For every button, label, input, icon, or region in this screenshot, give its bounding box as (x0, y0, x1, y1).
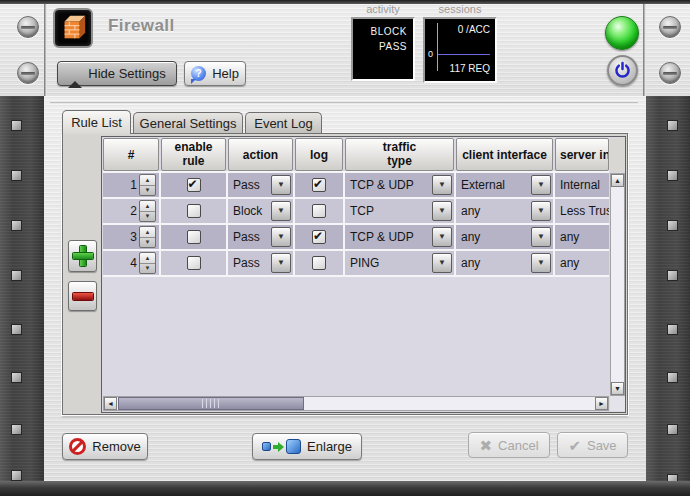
power-button[interactable] (607, 55, 638, 86)
cancel-button[interactable]: ✖ Cancel (468, 432, 550, 458)
remove-label: Remove (92, 439, 140, 454)
column-header-log[interactable]: log (295, 138, 343, 171)
rule-order-spinner[interactable]: ▲ ▼ (139, 226, 156, 248)
x-icon: ✖ (479, 438, 492, 453)
sessions-graph-line (438, 54, 490, 55)
sessions-meter: 0 0 /ACC 117 REQ (423, 17, 497, 83)
vertical-scrollbar[interactable]: ▲ ▼ (610, 173, 625, 396)
action-dropdown[interactable]: ▼ (271, 227, 291, 247)
column-header-number[interactable]: # (103, 138, 159, 171)
spin-up-icon[interactable]: ▲ (140, 227, 155, 238)
server-interface-value: any (560, 256, 579, 270)
log-checkbox[interactable]: ✔ (312, 204, 326, 218)
log-cell: ✔ (295, 199, 343, 223)
traffic-type-dropdown[interactable]: ▼ (432, 227, 452, 247)
server-interface-cell: any (555, 251, 609, 275)
enable-rule-cell: ✔ (161, 225, 226, 249)
horizontal-scrollbar[interactable]: ◄ ► (103, 396, 609, 411)
remove-button[interactable]: Remove (62, 433, 148, 460)
spin-down-icon[interactable]: ▼ (140, 264, 155, 274)
tab-rule-list[interactable]: Rule List (62, 110, 131, 134)
spin-up-icon[interactable]: ▲ (140, 201, 155, 212)
tab-general-settings[interactable]: General Settings (133, 112, 243, 133)
table-row-4: 4 ▲ ▼ ✔ Pass ▼ ✔ (103, 251, 609, 275)
client-interface-cell: any ▼ (456, 225, 553, 249)
spin-up-icon[interactable]: ▲ (140, 253, 155, 264)
firewall-app-icon (53, 8, 93, 48)
action-value: Pass (233, 230, 260, 244)
enlarge-button[interactable]: Enlarge (252, 433, 362, 460)
traffic-type-cell: TCP & UDP ▼ (345, 225, 454, 249)
column-header-client-interface[interactable]: client interface (456, 138, 553, 171)
sessions-axis-zero: 0 (428, 49, 433, 59)
log-checkbox[interactable]: ✔ (312, 230, 326, 244)
check-icon: ✔ (313, 229, 323, 243)
dropdown-arrow-icon: ▼ (277, 207, 285, 215)
action-cell: Pass ▼ (228, 173, 293, 197)
client-interface-dropdown[interactable]: ▼ (531, 227, 551, 247)
enable-rule-checkbox[interactable]: ✔ (187, 256, 201, 270)
server-interface-value: Less Trusted (560, 204, 609, 218)
rule-order-spinner[interactable]: ▲ ▼ (139, 252, 156, 274)
enlarge-label: Enlarge (307, 439, 352, 454)
hide-settings-button[interactable]: Hide Settings (57, 61, 177, 86)
rule-order-spinner[interactable]: ▲ ▼ (139, 174, 156, 196)
action-dropdown[interactable]: ▼ (271, 253, 291, 273)
page-title: Firewall (108, 16, 175, 36)
traffic-type-value: TCP (350, 204, 374, 218)
client-interface-cell: any ▼ (456, 251, 553, 275)
log-checkbox[interactable]: ✔ (312, 178, 326, 192)
rule-number-cell: 4 ▲ ▼ (103, 251, 159, 275)
enable-rule-checkbox[interactable]: ✔ (187, 178, 201, 192)
header-filler (610, 138, 625, 172)
table-row-1: 1 ▲ ▼ ✔ Pass ▼ ✔ (103, 173, 609, 197)
scroll-right-icon[interactable]: ► (595, 397, 608, 410)
delete-rule-button[interactable] (68, 281, 97, 311)
eject-icon (68, 66, 82, 81)
dropdown-arrow-icon: ▼ (438, 207, 446, 215)
dropdown-arrow-icon: ▼ (277, 233, 285, 241)
client-interface-dropdown[interactable]: ▼ (531, 201, 551, 221)
rule-order-spinner[interactable]: ▲ ▼ (139, 200, 156, 222)
column-header-server-interface[interactable]: server interface (555, 138, 609, 171)
spin-down-icon[interactable]: ▼ (140, 212, 155, 222)
rules-table: # enable rule action log traffic type cl… (101, 136, 626, 413)
horizontal-scroll-thumb[interactable] (118, 397, 304, 410)
activity-line-pass: PASS (353, 39, 407, 54)
spin-up-icon[interactable]: ▲ (140, 175, 155, 186)
column-header-action[interactable]: action (228, 138, 293, 171)
action-value: Block (233, 204, 262, 218)
action-dropdown[interactable]: ▼ (271, 175, 291, 195)
save-button[interactable]: ✔ Save (557, 432, 628, 458)
rule-list-panel: # enable rule action log traffic type cl… (62, 133, 628, 415)
enable-rule-checkbox[interactable]: ✔ (187, 204, 201, 218)
help-button[interactable]: ? Help (184, 61, 246, 86)
save-label: Save (587, 438, 617, 453)
chassis-bezel-left (0, 96, 44, 481)
client-interface-dropdown[interactable]: ▼ (531, 175, 551, 195)
scroll-left-icon[interactable]: ◄ (104, 397, 117, 410)
client-interface-dropdown[interactable]: ▼ (531, 253, 551, 273)
column-header-traffic-type[interactable]: traffic type (345, 138, 454, 171)
traffic-type-dropdown[interactable]: ▼ (432, 253, 452, 273)
screw (659, 62, 681, 84)
scroll-up-icon[interactable]: ▲ (611, 174, 624, 187)
enlarge-icon (262, 439, 301, 454)
spin-down-icon[interactable]: ▼ (140, 238, 155, 248)
power-icon (613, 61, 632, 80)
tab-event-log[interactable]: Event Log (245, 112, 322, 133)
traffic-type-value: TCP & UDP (350, 178, 414, 192)
scroll-down-icon[interactable]: ▼ (611, 382, 624, 395)
add-rule-button[interactable] (68, 240, 97, 272)
spin-down-icon[interactable]: ▼ (140, 186, 155, 196)
action-dropdown[interactable]: ▼ (271, 201, 291, 221)
enable-rule-checkbox[interactable]: ✔ (187, 230, 201, 244)
dropdown-arrow-icon: ▼ (537, 181, 545, 189)
column-header-enable-rule[interactable]: enable rule (161, 138, 226, 171)
traffic-type-dropdown[interactable]: ▼ (432, 201, 452, 221)
log-checkbox[interactable]: ✔ (312, 256, 326, 270)
dropdown-arrow-icon: ▼ (277, 181, 285, 189)
table-row-3: 3 ▲ ▼ ✔ Pass ▼ ✔ (103, 225, 609, 249)
sessions-meter-label: sessions (423, 3, 497, 15)
traffic-type-dropdown[interactable]: ▼ (432, 175, 452, 195)
